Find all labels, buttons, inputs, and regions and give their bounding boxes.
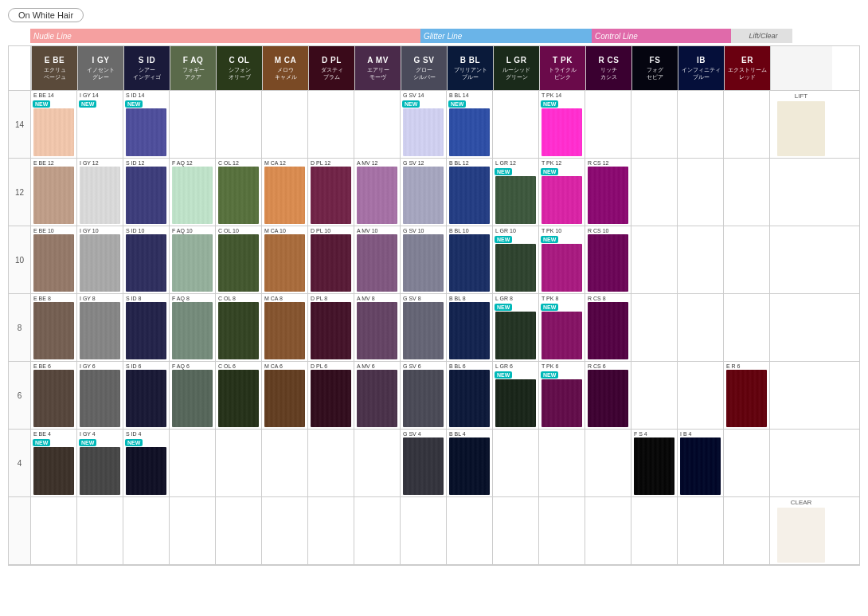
color-headers: E BEエクリュベージュI GYイノセントグレーS IDシアーインディゴF AQ… xyxy=(8,45,860,90)
cell--empty-10 xyxy=(493,497,539,564)
cell-12-bbl-9: B BL 12 xyxy=(447,159,493,226)
top-badge[interactable]: On White Hair xyxy=(8,8,84,22)
color-swatch xyxy=(172,302,213,359)
row-label-14: 14 xyxy=(9,91,31,158)
cell-label: E BE 4 xyxy=(33,431,74,437)
new-badge: NEW xyxy=(541,371,558,379)
cell-4-bbl-9: B BL 4 xyxy=(447,430,493,496)
cell-12-gsv-8: G SV 12 xyxy=(401,159,447,226)
color-swatch xyxy=(80,167,120,224)
new-badge: NEW xyxy=(448,100,466,108)
cell-label: S ID 12 xyxy=(126,160,166,166)
cell-10-faq-3: F AQ 10 xyxy=(170,226,216,293)
color-swatch xyxy=(33,370,74,427)
color-header-bbl: B BLブリリアントブルー xyxy=(447,46,493,90)
cell-label: A MV 10 xyxy=(357,228,397,233)
color-swatch xyxy=(542,379,582,427)
cell-label: B BL 4 xyxy=(449,431,490,437)
color-swatch xyxy=(80,234,120,292)
cell-label: I GY 10 xyxy=(80,228,120,233)
color-swatch xyxy=(588,167,628,224)
cell-4-gsv-8: G SV 4 xyxy=(401,430,447,496)
cell-8-lgr-10: L GR 8NEW xyxy=(493,294,539,361)
cell-label: E R 6 xyxy=(726,363,767,369)
color-swatch xyxy=(588,302,628,359)
cell-10-lgr-10: L GR 10NEW xyxy=(493,226,539,293)
cell-label: D PL 12 xyxy=(311,160,351,166)
color-swatch xyxy=(33,234,74,292)
cell-4-amv-7 xyxy=(354,430,401,496)
cell-14-bbl-9: B BL 14NEW xyxy=(447,91,493,158)
cell-8-gsv-8: G SV 8 xyxy=(401,294,447,361)
new-badge: NEW xyxy=(495,168,512,175)
cell-10-col-4: C OL 10 xyxy=(216,226,262,293)
color-swatch xyxy=(542,312,582,359)
color-swatch xyxy=(172,167,213,224)
color-swatch xyxy=(33,302,74,359)
color-swatch xyxy=(588,370,628,427)
cell-label: B BL 6 xyxy=(449,363,490,369)
cell-6-amv-7: A MV 6 xyxy=(354,362,401,429)
cell-14-lgr-10 xyxy=(493,91,539,158)
cell-14-rcs-12 xyxy=(585,91,631,158)
cell-label: E BE 6 xyxy=(33,363,74,369)
cell--empty-3 xyxy=(170,497,216,564)
cell-8-faq-3: F AQ 8 xyxy=(170,294,216,361)
grid: 14E BE 14NEWI GY 14NEWS ID 14NEWG SV 14N… xyxy=(8,90,860,566)
page: On White Hair Nudie Line Glitter Line Co… xyxy=(0,0,868,616)
cell-label: C OL 6 xyxy=(218,363,259,369)
cell-label: T PK 12 xyxy=(542,160,582,166)
cell-label: C OL 10 xyxy=(218,228,259,233)
color-swatch xyxy=(311,370,351,427)
clear-label: CLEAR xyxy=(791,499,812,506)
cell-label: F S 4 xyxy=(634,431,674,437)
cell-label: A MV 12 xyxy=(357,160,397,166)
cell-14-amv-7 xyxy=(354,91,401,158)
cell--empty-0 xyxy=(31,497,77,564)
color-swatch xyxy=(218,234,259,292)
color-swatch xyxy=(403,108,444,156)
color-swatch xyxy=(218,370,259,427)
new-badge: NEW xyxy=(541,100,558,108)
cell-8-sid-2: S ID 8 xyxy=(123,294,170,361)
cell-label: L GR 10 xyxy=(495,228,536,233)
cell-label: T PK 6 xyxy=(542,363,582,369)
cell-14-ib-14 xyxy=(678,91,724,158)
lift-clear-cell-10 xyxy=(770,226,832,293)
new-badge: NEW xyxy=(125,100,143,108)
cell-label: B BL 8 xyxy=(449,296,490,301)
color-header-rcs: R CSリッチカシス xyxy=(585,46,631,90)
cell-10-amv-7: A MV 10 xyxy=(354,226,401,293)
color-swatch xyxy=(588,234,628,292)
color-swatch xyxy=(495,379,536,427)
cell--empty-12 xyxy=(585,497,631,564)
color-header-dpl: D PLダスティプラム xyxy=(308,46,354,90)
cell-12-sid-2: S ID 12 xyxy=(123,159,170,226)
lift-clear-header xyxy=(770,46,832,90)
cell--empty-7 xyxy=(354,497,401,564)
cell--empty-8 xyxy=(401,497,447,564)
new-badge: NEW xyxy=(79,439,96,446)
grid-row-10: 10E BE 10I GY 10S ID 10F AQ 10C OL 10M C… xyxy=(9,226,859,294)
cell--empty-1 xyxy=(77,497,123,564)
cell-10-igy-1: I GY 10 xyxy=(77,226,123,293)
cell-label: I GY 4 xyxy=(80,431,120,437)
cell-label: F AQ 8 xyxy=(172,296,213,301)
color-swatch xyxy=(403,437,444,495)
row-label-4: 4 xyxy=(9,430,31,496)
cell-6-rcs-12: R CS 6 xyxy=(585,362,631,429)
color-swatch xyxy=(680,437,721,495)
clear-swatch xyxy=(777,508,825,563)
color-swatch xyxy=(33,108,74,156)
grid-row-4: 4E BE 4NEWI GY 4NEWS ID 4NEWG SV 4B BL 4… xyxy=(9,430,859,497)
new-badge: NEW xyxy=(33,439,50,446)
cell-14-mca-5 xyxy=(262,91,308,158)
color-swatch xyxy=(542,244,582,292)
cell-label: E BE 10 xyxy=(33,228,74,233)
new-badge: NEW xyxy=(495,371,512,379)
cell-label: T PK 8 xyxy=(542,296,582,301)
cell-label: G SV 6 xyxy=(403,363,444,369)
cell-8-bbl-9: B BL 8 xyxy=(447,294,493,361)
color-swatch xyxy=(80,108,120,156)
cell-12-amv-7: A MV 12 xyxy=(354,159,401,226)
